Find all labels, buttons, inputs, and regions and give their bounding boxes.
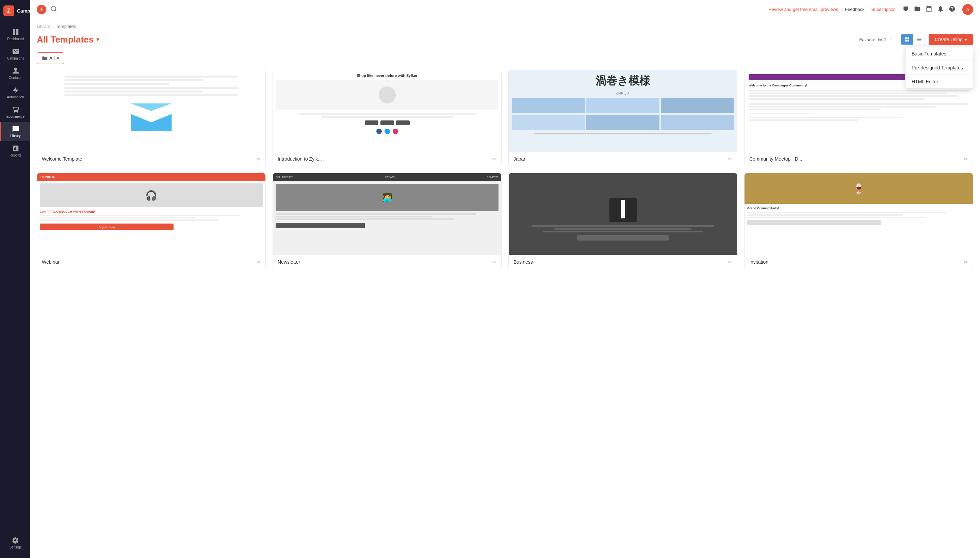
folder-filter-icon: [42, 56, 47, 61]
avatar[interactable]: A: [962, 4, 973, 15]
template-name: Community Meetup - D...: [749, 156, 803, 162]
favorite-text: Favorite this?: [859, 37, 886, 42]
help-icon[interactable]: [949, 5, 955, 14]
svg-rect-11: [918, 39, 921, 39]
list-view-button[interactable]: [913, 34, 926, 44]
calendar-icon[interactable]: [926, 5, 932, 14]
page-content: Library › Templates All Templates ▾ Favo…: [30, 19, 980, 558]
sidebar-item-automation[interactable]: Automation: [0, 83, 30, 102]
page-header: All Templates ▾ Favorite this? ♡: [30, 30, 980, 51]
filter-bar: All ▾: [30, 51, 980, 70]
filter-label: All: [49, 56, 55, 61]
grid-view-button[interactable]: [901, 34, 913, 44]
review-link[interactable]: Review and get free email previews: [768, 7, 838, 12]
template-card[interactable]: Welcome Template ✏: [37, 70, 266, 166]
main-content: + Review and get free email previews Fee…: [30, 0, 980, 558]
edit-icon[interactable]: ✏: [964, 259, 968, 265]
filter-dropdown[interactable]: All ▾: [37, 53, 64, 64]
sidebar-item-label: Ecommerce: [7, 115, 25, 118]
sidebar-item-settings[interactable]: Settings: [5, 533, 24, 553]
breadcrumb: Library › Templates: [30, 19, 980, 30]
app-logo[interactable]: Z Campaigns: [0, 0, 30, 22]
edit-icon[interactable]: ✏: [256, 156, 261, 162]
contacts-icon: [12, 67, 20, 74]
subscription-link[interactable]: Subscription: [871, 7, 896, 12]
create-using-button[interactable]: Create Using ▾: [929, 34, 973, 45]
search-icon-top[interactable]: [50, 5, 57, 14]
template-name: Business: [514, 259, 533, 265]
edit-icon[interactable]: ✏: [492, 156, 496, 162]
html-editor-option[interactable]: HTML Editor: [906, 75, 973, 89]
view-toggle: [901, 34, 926, 45]
template-footer: Community Meetup - D... ✏: [745, 152, 973, 166]
dashboard-icon: [12, 28, 20, 36]
svg-rect-1: [16, 29, 18, 32]
ecommerce-icon: [12, 106, 20, 113]
favorite-area: Favorite this? ♡: [859, 37, 893, 42]
edit-icon[interactable]: ✏: [256, 259, 261, 265]
bell-icon[interactable]: [937, 5, 944, 14]
folder-icon[interactable]: [914, 5, 921, 14]
sidebar-item-library[interactable]: Library: [0, 122, 30, 141]
template-preview: Shop like never before with Zylker: [273, 70, 501, 152]
grid-icon: [904, 37, 910, 42]
template-name: Invitation: [749, 259, 768, 265]
sidebar-item-label: Dashboard: [7, 37, 24, 41]
page-title: All Templates: [37, 34, 94, 45]
edit-icon[interactable]: ✏: [964, 156, 968, 162]
heart-icon[interactable]: ♡: [888, 37, 893, 42]
template-card[interactable]: REPORTS 🎧 CAN'T TALK ENOUGH WITH TRAINER…: [37, 173, 266, 269]
template-footer: Welcome Template ✏: [37, 152, 266, 166]
logo-icon: Z: [3, 5, 14, 16]
sidebar-bottom: Settings: [5, 533, 24, 558]
basic-templates-option[interactable]: Basic Templates: [906, 47, 973, 61]
sidebar-item-label: Settings: [9, 545, 21, 549]
reports-icon: [12, 144, 20, 152]
header-right: Favorite this? ♡ Create Using ▾: [859, 34, 973, 45]
edit-icon[interactable]: ✏: [728, 259, 732, 265]
edit-icon[interactable]: ✏: [492, 259, 496, 265]
topnav-left: +: [37, 5, 763, 14]
sidebar-item-campaigns[interactable]: Campaigns: [0, 44, 30, 64]
templates-grid: Welcome Template ✏ Shop like never befor…: [30, 70, 980, 279]
dropdown-arrow-icon: ▾: [965, 37, 967, 42]
template-card[interactable]: 🍷 Grand Opening Party! Invitation ✏: [744, 173, 973, 269]
topnav-right: Review and get free email previews Feedb…: [768, 4, 973, 15]
messages-icon[interactable]: [903, 5, 909, 14]
predesigned-templates-option[interactable]: Pre-designed Templates: [906, 61, 973, 75]
template-preview: REPORTS 🎧 CAN'T TALK ENOUGH WITH TRAINER…: [37, 173, 266, 255]
template-footer: Invitation ✏: [745, 255, 973, 269]
add-button[interactable]: +: [37, 5, 46, 14]
breadcrumb-library[interactable]: Library: [37, 24, 50, 29]
template-card[interactable]: Shop like never before with Zylker: [272, 70, 502, 166]
top-navigation: + Review and get free email previews Fee…: [30, 0, 980, 19]
svg-rect-8: [905, 40, 907, 41]
topnav-icons: [903, 5, 955, 14]
edit-icon[interactable]: ✏: [728, 156, 732, 162]
sidebar-item-ecommerce[interactable]: Ecommerce: [0, 102, 30, 122]
create-using-dropdown: Basic Templates Pre-designed Templates H…: [905, 47, 973, 89]
template-preview: [37, 70, 266, 152]
title-dropdown-icon[interactable]: ▾: [96, 36, 99, 43]
template-footer: Business ✏: [509, 255, 737, 269]
page-title-area: All Templates ▾: [37, 34, 99, 45]
sidebar-item-contacts[interactable]: Contacts: [0, 64, 30, 83]
template-card[interactable]: Business ✏: [508, 173, 737, 269]
sidebar-item-label: Automation: [7, 95, 24, 99]
template-footer: Japan ✏: [509, 152, 737, 166]
template-preview: 🍷 Grand Opening Party!: [745, 173, 973, 255]
template-preview: [509, 173, 737, 255]
sidebar-item-label: Contacts: [9, 76, 22, 80]
template-card[interactable]: COLLABORATE CREATE COMPETE 👩‍💻: [272, 173, 502, 269]
settings-icon: [11, 537, 19, 544]
template-name: Introduction to Zylk...: [277, 156, 322, 162]
svg-rect-12: [918, 41, 921, 41]
create-btn-wrapper: Create Using ▾ Basic Templates Pre-desig…: [929, 34, 973, 45]
sidebar-item-reports[interactable]: Reports: [0, 141, 30, 161]
svg-line-5: [55, 10, 56, 11]
feedback-link[interactable]: Feedback: [845, 7, 864, 12]
sidebar-item-dashboard[interactable]: Dashboard: [0, 25, 30, 44]
template-card[interactable]: 渦巻き模様 の美しさ: [508, 70, 737, 166]
template-name: Welcome Template: [42, 156, 82, 162]
sidebar-item-label: Reports: [10, 153, 21, 157]
